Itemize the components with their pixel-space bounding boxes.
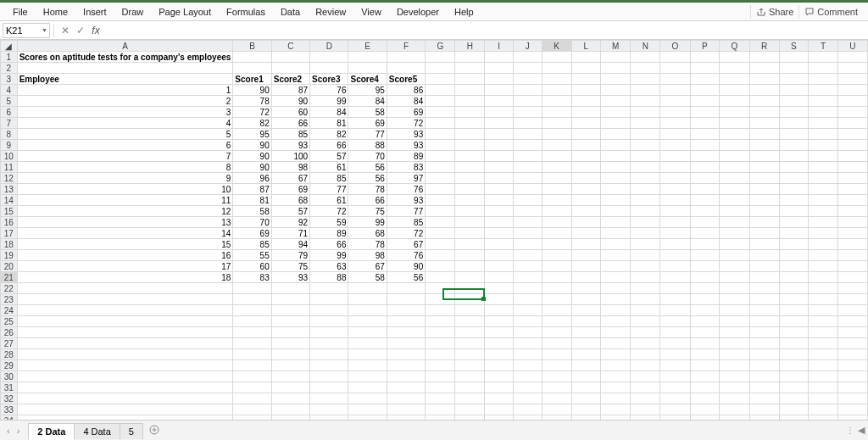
cell-D24[interactable] — [310, 305, 348, 316]
cell-S32[interactable] — [779, 393, 809, 404]
cell-G16[interactable] — [426, 217, 455, 228]
ribbon-tab-file[interactable]: File — [5, 4, 36, 19]
row-header-22[interactable]: 22 — [1, 283, 18, 294]
row-header-12[interactable]: 12 — [1, 173, 18, 184]
cell-B6[interactable]: 72 — [233, 107, 271, 118]
cell-R20[interactable] — [749, 261, 779, 272]
cell-R32[interactable] — [749, 393, 779, 404]
cell-T12[interactable] — [809, 173, 838, 184]
cell-C5[interactable]: 90 — [271, 96, 309, 107]
cell-T11[interactable] — [809, 162, 838, 173]
cell-R21[interactable] — [749, 272, 779, 283]
cell-U33[interactable] — [837, 404, 867, 415]
cell-A11[interactable]: 8 — [17, 162, 233, 173]
cell-G11[interactable] — [426, 162, 455, 173]
cell-T2[interactable] — [809, 63, 838, 74]
cell-A19[interactable]: 16 — [17, 250, 233, 261]
cell-D3[interactable]: Score3 — [310, 74, 348, 85]
cell-C21[interactable]: 93 — [271, 272, 309, 283]
cell-L17[interactable] — [571, 228, 600, 239]
cell-L29[interactable] — [571, 360, 600, 371]
cell-A26[interactable] — [17, 327, 233, 338]
cell-L31[interactable] — [571, 382, 600, 393]
cell-O14[interactable] — [660, 195, 690, 206]
cell-H12[interactable] — [455, 173, 485, 184]
cell-P16[interactable] — [690, 217, 720, 228]
row-header-3[interactable]: 3 — [1, 74, 18, 85]
cell-E8[interactable]: 77 — [348, 129, 387, 140]
row-header-9[interactable]: 9 — [1, 140, 18, 151]
cell-B19[interactable]: 55 — [233, 250, 271, 261]
cell-N28[interactable] — [631, 349, 660, 360]
cell-F10[interactable]: 89 — [387, 151, 425, 162]
cell-U32[interactable] — [837, 393, 867, 404]
cell-J7[interactable] — [513, 118, 542, 129]
col-header-D[interactable]: D — [310, 41, 348, 52]
cell-U26[interactable] — [837, 327, 867, 338]
cell-O3[interactable] — [660, 74, 690, 85]
cell-K26[interactable] — [542, 327, 571, 338]
cell-D29[interactable] — [310, 360, 348, 371]
cell-E24[interactable] — [348, 305, 387, 316]
cell-F8[interactable]: 93 — [387, 129, 425, 140]
cell-B5[interactable]: 78 — [233, 96, 271, 107]
cell-M33[interactable] — [600, 404, 630, 415]
cell-D31[interactable] — [310, 382, 348, 393]
cell-E5[interactable]: 84 — [348, 96, 387, 107]
cell-L34[interactable] — [571, 415, 600, 421]
cell-M7[interactable] — [600, 118, 630, 129]
cell-N19[interactable] — [631, 250, 660, 261]
cell-B10[interactable]: 90 — [233, 151, 271, 162]
cell-M26[interactable] — [600, 327, 630, 338]
cell-A31[interactable] — [17, 382, 233, 393]
cell-D9[interactable]: 66 — [310, 140, 348, 151]
cell-O20[interactable] — [660, 261, 690, 272]
cell-G2[interactable] — [426, 63, 455, 74]
sheet-nav-next-icon[interactable]: › — [15, 426, 22, 436]
cell-T6[interactable] — [809, 107, 838, 118]
cell-F15[interactable]: 77 — [387, 206, 425, 217]
cell-N5[interactable] — [631, 96, 660, 107]
cell-E11[interactable]: 56 — [348, 162, 387, 173]
cell-K34[interactable] — [542, 415, 571, 421]
cell-K17[interactable] — [542, 228, 571, 239]
cell-E30[interactable] — [348, 371, 387, 382]
cell-H10[interactable] — [455, 151, 485, 162]
row-header-7[interactable]: 7 — [1, 118, 18, 129]
cell-A24[interactable] — [17, 305, 233, 316]
cell-U18[interactable] — [837, 239, 867, 250]
cell-O30[interactable] — [660, 371, 690, 382]
cell-L30[interactable] — [571, 371, 600, 382]
cell-I28[interactable] — [485, 349, 513, 360]
cell-L1[interactable] — [571, 52, 600, 63]
cell-F14[interactable]: 93 — [387, 195, 425, 206]
cell-D21[interactable]: 88 — [310, 272, 348, 283]
cell-Q3[interactable] — [720, 74, 749, 85]
cell-G7[interactable] — [426, 118, 455, 129]
cell-T19[interactable] — [809, 250, 838, 261]
cell-C1[interactable] — [271, 52, 309, 63]
cell-N11[interactable] — [631, 162, 660, 173]
cell-Q5[interactable] — [720, 96, 749, 107]
cell-C3[interactable]: Score2 — [271, 74, 309, 85]
cell-M2[interactable] — [600, 63, 630, 74]
cell-D33[interactable] — [310, 404, 348, 415]
col-header-S[interactable]: S — [779, 41, 809, 52]
cell-J25[interactable] — [513, 316, 542, 327]
cell-P15[interactable] — [690, 206, 720, 217]
cell-H34[interactable] — [455, 415, 485, 421]
cell-C33[interactable] — [271, 404, 309, 415]
cell-D30[interactable] — [310, 371, 348, 382]
cell-T28[interactable] — [809, 349, 838, 360]
spreadsheet-grid[interactable]: ◢ABCDEFGHIJKLMNOPQRSTU1Scores on aptitud… — [0, 40, 868, 420]
cell-I15[interactable] — [485, 206, 513, 217]
cell-L14[interactable] — [571, 195, 600, 206]
cell-L6[interactable] — [571, 107, 600, 118]
cell-P34[interactable] — [690, 415, 720, 421]
cell-L16[interactable] — [571, 217, 600, 228]
cell-R14[interactable] — [749, 195, 779, 206]
formula-cancel-icon[interactable]: ✕ — [58, 25, 73, 36]
ribbon-tab-draw[interactable]: Draw — [114, 4, 152, 19]
cell-G33[interactable] — [426, 404, 455, 415]
cell-G3[interactable] — [426, 74, 455, 85]
